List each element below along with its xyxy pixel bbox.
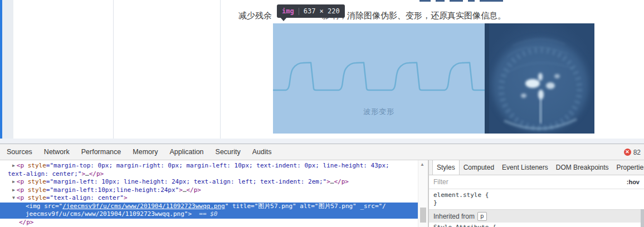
code-token: style	[28, 178, 46, 185]
filter-input[interactable]: Filter	[433, 178, 448, 186]
error-icon: ✕	[624, 149, 631, 156]
code-token: >	[326, 178, 330, 185]
code-token: <p	[17, 178, 24, 185]
scroll-up-arrow-icon[interactable]: ▲	[420, 162, 425, 167]
styles-sidebar: StylesComputedEvent ListenersDOM Breakpo…	[428, 160, 644, 227]
code-token: >	[124, 194, 128, 201]
waveform-caption: 波形变形	[273, 107, 485, 117]
brain-mri-graphic	[485, 23, 594, 134]
code-token	[24, 178, 28, 185]
code-token: text-align: center;"	[8, 170, 81, 177]
devtools-panel: SourcesNetworkPerformanceMemoryApplicati…	[0, 144, 644, 227]
style-attribute-section[interactable]: Style Attribute {	[429, 224, 644, 227]
expand-arrow-icon[interactable]: ▶	[12, 179, 15, 184]
code-token: ="margin-top: 0px; margin-right: 0px; ma…	[46, 162, 389, 169]
error-counter[interactable]: ✕ 82	[624, 144, 641, 160]
waveform-graphic	[273, 23, 485, 134]
page-column-divider	[113, 0, 114, 144]
code-token: <p	[17, 162, 24, 169]
element-size-tooltip: img 637 × 220	[277, 4, 345, 18]
dom-tree-row[interactable]: ▼<p style="text-align: center">	[0, 194, 418, 203]
devtools-tab-audits[interactable]: Audits	[252, 148, 272, 156]
styles-tab-computed[interactable]: Computed	[460, 160, 498, 175]
inherited-from-bar: Inherited from p	[429, 209, 644, 223]
page-left-rail	[2, 0, 13, 144]
code-token: style	[28, 162, 46, 169]
code-token: </p>	[187, 186, 202, 194]
styles-tab-styles[interactable]: Styles	[432, 160, 460, 175]
clipped-top-text	[419, 0, 503, 2]
tooltip-pointer	[280, 17, 287, 21]
code-token	[24, 162, 28, 169]
code-token: ="图片57.png"	[251, 203, 296, 210]
code-token: _src	[360, 203, 375, 210]
styles-scrollbar-thumb[interactable]	[641, 209, 644, 227]
paragraph-text-left: 减少残余	[238, 11, 272, 21]
dom-tree-row[interactable]: ▶<p style="margin-left:10px;line-height:…	[0, 186, 418, 195]
devtools-tab-security[interactable]: Security	[216, 148, 241, 156]
styles-tab-event-listeners[interactable]: Event Listeners	[498, 160, 552, 175]
element-style-block[interactable]: element.style { }	[429, 191, 644, 207]
code-token: ="margin-left: 10px; line-height: 24px; …	[46, 178, 326, 185]
code-token	[24, 186, 28, 194]
tooltip-separator	[299, 8, 299, 15]
page-column-divider	[220, 0, 221, 144]
styles-tab-dom-breakpoints[interactable]: DOM Breakpoints	[552, 160, 613, 175]
dom-tree-scrollbar[interactable]: ▲	[418, 160, 428, 227]
code-token: style	[28, 186, 46, 194]
expand-arrow-icon[interactable]: ▶	[12, 187, 15, 193]
code-token: <p	[17, 186, 24, 194]
dom-tree: ▶<p style="margin-top: 0px; margin-right…	[0, 160, 418, 227]
code-token: >	[179, 186, 183, 194]
expand-arrow-icon[interactable]: ▶	[12, 163, 15, 168]
styles-tabbar: StylesComputedEvent ListenersDOM Breakpo…	[429, 160, 644, 175]
code-token: title	[232, 203, 251, 210]
code-token	[24, 194, 28, 201]
devtools-tab-sources[interactable]: Sources	[7, 148, 32, 156]
dom-tree-row-selected[interactable]: jeecmsv9f/u/cms/www/201904/11092723wwqq.…	[0, 210, 418, 219]
error-count: 82	[633, 149, 641, 156]
code-token: …	[85, 170, 89, 177]
code-token: ="/	[375, 203, 386, 210]
dom-tree-row[interactable]: </p>	[0, 219, 418, 227]
hover-toggle[interactable]: :hov	[627, 179, 640, 185]
code-token: alt	[300, 203, 311, 210]
dom-tree-row[interactable]: ▶<p style="margin-left: 10px; line-heigh…	[0, 178, 418, 186]
tooltip-tag-name: img	[282, 7, 294, 15]
code-token	[228, 203, 232, 210]
waveform-panel: 波形变形	[273, 23, 485, 134]
paragraph-text-right: 影响，消除图像伪影、变形，还原真实图像信息。	[322, 11, 506, 21]
code-token: src	[44, 203, 55, 210]
code-token: <img	[26, 203, 41, 210]
devtools-tab-performance[interactable]: Performance	[81, 148, 121, 156]
dom-tree-row[interactable]: ▶<p style="margin-top: 0px; margin-right…	[0, 162, 418, 170]
code-token: == $0	[192, 210, 217, 218]
dom-tree-row[interactable]: text-align: center;">…</p>	[0, 170, 418, 179]
scrollbar-thumb[interactable]	[420, 208, 426, 223]
code-token: </p>	[19, 219, 34, 226]
devtools-tab-network[interactable]: Network	[44, 148, 70, 156]
devtools-tab-application[interactable]: Application	[169, 148, 203, 156]
hovered-image[interactable]: 波形变形	[273, 23, 594, 134]
code-token: </p>	[89, 170, 104, 177]
expand-arrow-icon[interactable]: ▼	[12, 195, 15, 200]
element-style-open[interactable]: element.style {	[433, 191, 644, 199]
inherited-tag-chip[interactable]: p	[477, 212, 487, 221]
code-token: </p>	[334, 178, 349, 185]
dom-tree-row-selected[interactable]: <img src="/jeecmsv9f/u/cms/www/201904/11…	[0, 203, 418, 211]
code-token: ="	[55, 203, 62, 210]
devtools-toolbar: SourcesNetworkPerformanceMemoryApplicati…	[0, 144, 644, 160]
code-token: ="图片57.png"	[311, 203, 357, 210]
page-viewport: 减少残余 影响，消除图像伪影、变形，还原真实图像信息。 波形变形	[0, 0, 644, 144]
code-token: …	[183, 186, 187, 194]
code-token: ="margin-left:10px;line-height:24px"	[46, 186, 179, 194]
brain-mri-image	[485, 23, 594, 134]
devtools-tab-memory[interactable]: Memory	[133, 148, 158, 156]
resource-link[interactable]: /jeecmsv9f/u/cms/www/201904/11092723wwqq…	[62, 203, 225, 210]
tooltip-dimensions: 637 × 220	[304, 7, 340, 15]
inherited-label: Inherited from	[433, 213, 475, 220]
styles-filter-row: Filter :hov	[429, 175, 644, 189]
styles-tab-properties[interactable]: Properties	[612, 160, 644, 175]
code-token: <p	[17, 194, 24, 201]
element-style-close: }	[433, 199, 644, 207]
